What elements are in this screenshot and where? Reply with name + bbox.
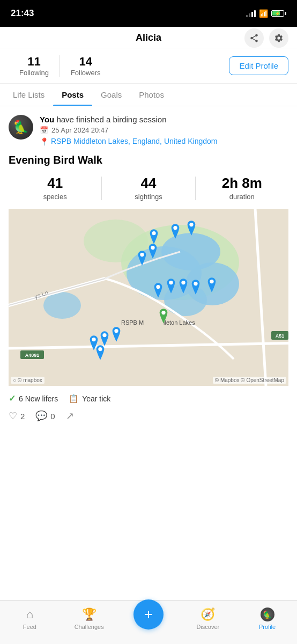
home-icon: ⌂ bbox=[26, 608, 33, 621]
share-arrow-icon: ↗ bbox=[66, 410, 74, 422]
trophy-icon: 🏆 bbox=[82, 608, 96, 621]
svg-point-19 bbox=[152, 231, 155, 235]
map-pin-5[interactable] bbox=[147, 244, 159, 259]
svg-point-22 bbox=[140, 253, 144, 257]
map-pin-9[interactable] bbox=[190, 280, 202, 295]
share-button-post[interactable]: ↗ bbox=[66, 410, 74, 422]
svg-point-7 bbox=[43, 292, 81, 319]
compass-icon: 🧭 bbox=[201, 608, 215, 621]
followers-count: 14 bbox=[79, 55, 92, 69]
add-button[interactable]: + bbox=[133, 599, 164, 630]
map-pin-2[interactable] bbox=[169, 224, 181, 239]
map-container[interactable]: A4091 A51 ys Ln RSPB M lleton Lakes bbox=[9, 209, 288, 386]
nav-challenges[interactable]: 🏆 Challenges bbox=[60, 608, 119, 630]
svg-point-32 bbox=[114, 329, 118, 333]
post-meta: You have finished a birding session 📅 25… bbox=[40, 115, 288, 147]
svg-point-28 bbox=[210, 280, 213, 283]
nav-add[interactable]: + bbox=[119, 604, 179, 634]
settings-button[interactable] bbox=[269, 28, 288, 48]
nav-feed-label: Feed bbox=[23, 624, 36, 630]
tab-posts[interactable]: Posts bbox=[53, 84, 92, 106]
tab-goals[interactable]: Goals bbox=[92, 84, 130, 106]
calendar-icon: 📅 bbox=[40, 126, 48, 134]
nav-discover-label: Discover bbox=[196, 624, 219, 630]
location-pin-icon: 📍 bbox=[40, 137, 49, 147]
post-tags: ✓ 6 New lifers 📋 Year tick bbox=[9, 393, 288, 404]
species-count: 41 bbox=[9, 175, 101, 192]
map-pin-13[interactable] bbox=[110, 327, 122, 342]
session-title: Evening Bird Walk bbox=[9, 154, 288, 166]
wifi-icon: 📶 bbox=[259, 9, 268, 18]
svg-text:A51: A51 bbox=[276, 333, 285, 339]
map-attribution: © Mapbox © OpenStreetMap bbox=[213, 377, 286, 384]
calendar-check-icon: 📋 bbox=[69, 394, 79, 404]
likes-button[interactable]: ♡ 2 bbox=[9, 410, 25, 422]
checkmark-icon: ✓ bbox=[9, 393, 16, 404]
gear-icon bbox=[274, 33, 284, 43]
map-pin-12[interactable] bbox=[99, 331, 110, 346]
map-pin-6[interactable] bbox=[152, 283, 164, 298]
map-pin-4[interactable] bbox=[136, 251, 148, 266]
avatar bbox=[9, 115, 33, 140]
svg-text:RSPB M: RSPB M bbox=[121, 319, 144, 326]
following-label: Following bbox=[19, 69, 49, 77]
map-pin-3[interactable] bbox=[185, 221, 197, 236]
svg-point-33 bbox=[98, 347, 102, 351]
svg-point-20 bbox=[173, 226, 177, 230]
sightings-count: 44 bbox=[102, 175, 195, 192]
post-header: You have finished a birding session 📅 25… bbox=[9, 115, 288, 147]
status-time: 21:43 bbox=[11, 8, 34, 19]
species-label: species bbox=[43, 193, 67, 201]
svg-point-31 bbox=[102, 333, 106, 337]
battery-icon: ⚡ bbox=[271, 10, 286, 17]
svg-text:A4091: A4091 bbox=[25, 353, 40, 358]
comments-count: 0 bbox=[50, 412, 55, 421]
new-lifers-label: 6 New lifers bbox=[19, 394, 58, 403]
post-reactions: ♡ 2 💬 0 ↗ bbox=[9, 410, 288, 422]
map-pin-10[interactable] bbox=[206, 277, 218, 292]
mapbox-logo: ○© mapbox bbox=[11, 377, 44, 384]
tab-photos[interactable]: Photos bbox=[130, 84, 173, 106]
post-author: You have finished a birding session bbox=[40, 115, 288, 124]
status-bar: 21:43 📶 ⚡ bbox=[0, 0, 297, 27]
year-tick-label: Year tick bbox=[82, 394, 110, 403]
profile-stats: 11 Following 14 Followers Edit Profile bbox=[0, 48, 297, 84]
tab-life-lists[interactable]: Life Lists bbox=[4, 84, 53, 106]
status-icons: 📶 ⚡ bbox=[246, 9, 286, 18]
nav-feed[interactable]: ⌂ Feed bbox=[0, 608, 60, 630]
followers-stat[interactable]: 14 Followers bbox=[60, 55, 112, 77]
sightings-label: sightings bbox=[135, 193, 162, 201]
svg-point-25 bbox=[169, 281, 173, 284]
share-icon bbox=[249, 33, 259, 43]
profile-avatar-icon: 🦜 bbox=[261, 608, 274, 621]
map-pin-1[interactable] bbox=[148, 229, 160, 244]
plus-icon: + bbox=[144, 607, 153, 622]
map-pin-8[interactable] bbox=[177, 279, 189, 294]
map-pin-7[interactable] bbox=[165, 279, 177, 294]
bottom-nav: ⌂ Feed 🏆 Challenges + 🧭 Discover 🦜 Profi… bbox=[0, 600, 297, 644]
nav-challenges-label: Challenges bbox=[75, 624, 104, 630]
duration-value: 2h 8m bbox=[196, 175, 288, 192]
edit-profile-button[interactable]: Edit Profile bbox=[229, 56, 288, 75]
species-stat: 41 species bbox=[9, 175, 101, 201]
signal-icon bbox=[246, 10, 256, 17]
new-lifers-tag: ✓ 6 New lifers bbox=[9, 393, 58, 404]
heart-icon: ♡ bbox=[9, 410, 17, 422]
share-button[interactable] bbox=[244, 28, 264, 48]
header: Alicia bbox=[0, 27, 297, 48]
map-pin-14[interactable] bbox=[94, 345, 106, 360]
likes-count: 2 bbox=[20, 412, 25, 421]
post-card: You have finished a birding session 📅 25… bbox=[0, 106, 297, 436]
nav-discover[interactable]: 🧭 Discover bbox=[178, 608, 237, 630]
map-pin-rspb[interactable] bbox=[158, 309, 172, 326]
comments-button[interactable]: 💬 0 bbox=[35, 410, 55, 422]
following-count: 11 bbox=[27, 55, 40, 69]
nav-profile[interactable]: 🦜 Profile bbox=[237, 608, 297, 630]
duration-stat: 2h 8m duration bbox=[196, 175, 288, 201]
post-location[interactable]: 📍 RSPB Middleton Lakes, England, United … bbox=[40, 136, 288, 147]
following-stat[interactable]: 11 Following bbox=[9, 55, 60, 77]
svg-point-27 bbox=[194, 282, 197, 286]
sightings-stat: 44 sightings bbox=[102, 175, 195, 201]
svg-point-26 bbox=[181, 281, 185, 284]
svg-point-23 bbox=[151, 246, 154, 250]
